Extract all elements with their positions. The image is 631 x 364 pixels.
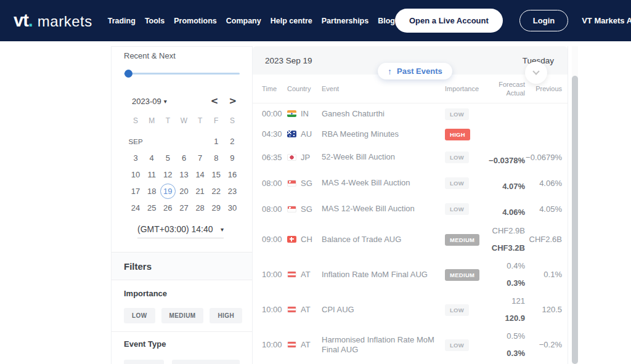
slider-handle[interactable] bbox=[124, 70, 132, 78]
next-day-button[interactable] bbox=[525, 62, 547, 84]
nav-link-partnerships[interactable]: Partnerships bbox=[322, 17, 368, 25]
calendar-day[interactable]: 9 bbox=[224, 150, 240, 166]
event-row[interactable]: 08:00 SG MAS 4-Week Bill Auction LOW 4.0… bbox=[253, 170, 568, 196]
recent-next-label: Recent & Next bbox=[124, 51, 240, 60]
event-row[interactable]: 10:00 AT Harmonised Inflation Rate MoM F… bbox=[253, 327, 568, 362]
calendar-day[interactable]: 28 bbox=[192, 200, 208, 216]
sidebar-divider bbox=[112, 331, 252, 332]
calendar-day[interactable]: 3 bbox=[128, 150, 144, 166]
forecast-value: 0.5% bbox=[507, 328, 525, 345]
calendar-day[interactable]: 29 bbox=[208, 200, 224, 216]
calendar-day[interactable]: 2 bbox=[224, 133, 240, 150]
col-country: Country bbox=[287, 85, 322, 92]
country-code: AT bbox=[301, 270, 311, 279]
login-button[interactable]: Login bbox=[519, 10, 568, 31]
prev-month-button[interactable]: < bbox=[211, 95, 219, 107]
event-row[interactable]: 06:35 JP 52-Week Bill Auction LOW −0.037… bbox=[253, 144, 568, 170]
calendar-day[interactable]: 26 bbox=[160, 200, 176, 216]
event-row[interactable]: 10:00 AT CPI AUG LOW 121 120.9 120.5 bbox=[253, 292, 568, 327]
event-country: AT bbox=[287, 270, 322, 279]
nav-link-trading[interactable]: Trading bbox=[108, 17, 136, 25]
importance-badge: MEDIUM bbox=[445, 234, 479, 246]
country-flag-icon bbox=[287, 341, 296, 348]
calendar-day[interactable]: 22 bbox=[208, 183, 224, 200]
vertical-scrollbar[interactable] bbox=[572, 46, 578, 364]
importance-badge: LOW bbox=[445, 304, 469, 316]
calendar-day[interactable]: 14 bbox=[192, 166, 208, 183]
weekday-header: T bbox=[160, 116, 176, 125]
nav-link-help-centre[interactable]: Help centre bbox=[271, 17, 312, 25]
actual-value: 120.9 bbox=[505, 310, 525, 327]
calendar-day[interactable]: 8 bbox=[208, 150, 224, 166]
calendar-day[interactable]: 18 bbox=[144, 183, 160, 200]
logo-markets-text: markets bbox=[38, 13, 92, 30]
event-name: Harmonised Inflation Rate MoM Final AUG bbox=[322, 335, 445, 355]
calendar-day[interactable]: 23 bbox=[224, 183, 240, 200]
vt-markets-logo[interactable]: vt. markets bbox=[14, 10, 92, 31]
date-header: 2023 Sep 19 bbox=[265, 56, 312, 65]
importance-filter-medium[interactable]: MEDIUM bbox=[161, 308, 204, 323]
month-selector[interactable]: 2023-09 ▾ bbox=[132, 97, 167, 106]
event-time: 09:00 bbox=[262, 235, 287, 244]
calendar-day[interactable]: 17 bbox=[128, 183, 144, 200]
event-type-option[interactable] bbox=[172, 360, 240, 364]
nav-link-tools[interactable]: Tools bbox=[145, 17, 165, 25]
event-name: MAS 12-Week Bill Auction bbox=[322, 204, 445, 214]
importance-badge: LOW bbox=[445, 203, 469, 215]
country-flag-icon bbox=[287, 271, 296, 278]
event-row[interactable]: 10:00 AT Inflation Rate MoM Final AUG ME… bbox=[253, 257, 568, 292]
calendar-day[interactable]: 7 bbox=[192, 150, 208, 166]
previous-value: −0.2% bbox=[525, 340, 562, 349]
calendar-day[interactable]: 1 bbox=[208, 133, 224, 150]
event-row[interactable]: 08:00 SG MAS 12-Week Bill Auction LOW 4.… bbox=[253, 196, 568, 222]
calendar-day[interactable]: 11 bbox=[144, 166, 160, 183]
event-time: 08:00 bbox=[262, 179, 287, 188]
calendar-day[interactable]: 25 bbox=[144, 200, 160, 216]
event-time: 08:00 bbox=[262, 204, 287, 214]
scrollbar-thumb[interactable] bbox=[572, 76, 578, 364]
calendar-day-selected[interactable]: 19 bbox=[160, 183, 176, 200]
event-name: Inflation Rate MoM Final AUG bbox=[322, 270, 445, 280]
vt-markets-app-link[interactable]: VT Markets App bbox=[582, 16, 631, 25]
calendar-day[interactable]: 6 bbox=[176, 150, 192, 166]
weekday-header: W bbox=[176, 116, 192, 125]
previous-value: 4.05% bbox=[525, 204, 562, 214]
nav-link-blog[interactable]: Blog bbox=[378, 17, 395, 25]
country-code: SG bbox=[301, 204, 312, 214]
calendar-day[interactable]: 20 bbox=[176, 183, 192, 200]
event-type-option[interactable] bbox=[124, 360, 164, 364]
open-live-account-button[interactable]: Open a Live Account bbox=[395, 9, 503, 33]
nav-link-company[interactable]: Company bbox=[226, 17, 261, 25]
event-country: CH bbox=[287, 235, 322, 244]
event-country: AT bbox=[287, 305, 322, 314]
importance-filter-label: Importance bbox=[124, 289, 240, 298]
importance-filter-high[interactable]: HIGH bbox=[210, 308, 242, 323]
calendar-day[interactable]: 15 bbox=[208, 166, 224, 183]
importance-filter-low[interactable]: LOW bbox=[124, 308, 155, 323]
calendar-day[interactable]: 21 bbox=[192, 183, 208, 200]
event-row[interactable]: 09:00 CH Balance of Trade AUG MEDIUM CHF… bbox=[253, 222, 568, 257]
calendar-day[interactable]: 16 bbox=[224, 166, 240, 183]
calendar-day[interactable]: 10 bbox=[128, 166, 144, 183]
dropdown-caret-icon: ▾ bbox=[164, 98, 167, 105]
event-country: AU bbox=[287, 129, 322, 139]
date-range-slider[interactable] bbox=[124, 73, 240, 75]
event-row[interactable]: 04:30 AU RBA Meeting Minutes HIGH bbox=[253, 124, 568, 144]
calendar-day[interactable]: 4 bbox=[144, 150, 160, 166]
calendar-day[interactable]: 30 bbox=[224, 200, 240, 216]
calendar-day[interactable]: 5 bbox=[160, 150, 176, 166]
calendar-day[interactable]: 12 bbox=[160, 166, 176, 183]
next-month-button[interactable]: > bbox=[229, 95, 237, 107]
calendar-day[interactable]: 13 bbox=[176, 166, 192, 183]
timezone-selector[interactable]: (GMT+03:00) 14:40 ▾ bbox=[137, 224, 224, 238]
event-name: Balance of Trade AUG bbox=[322, 235, 445, 245]
chevron-down-icon bbox=[532, 68, 539, 75]
month-selector-value: 2023-09 bbox=[132, 97, 161, 106]
calendar-day[interactable]: 24 bbox=[128, 200, 144, 216]
event-row[interactable]: 00:00 IN Ganesh Chaturthi LOW bbox=[253, 103, 568, 124]
calendar-day[interactable]: 27 bbox=[176, 200, 192, 216]
country-code: JP bbox=[301, 153, 310, 162]
calendar-empty-cell bbox=[144, 133, 160, 150]
past-events-button[interactable]: ↑ Past Events bbox=[378, 63, 452, 79]
nav-link-promotions[interactable]: Promotions bbox=[174, 17, 216, 25]
